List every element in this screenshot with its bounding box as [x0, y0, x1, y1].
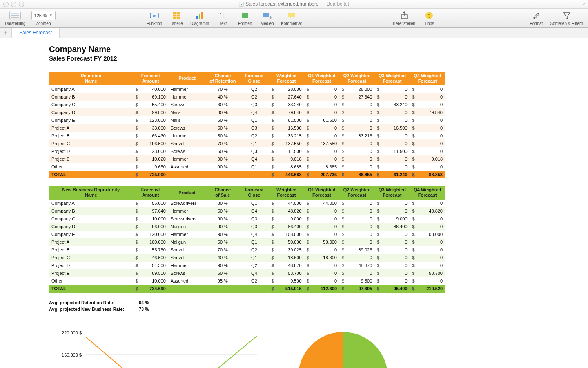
col-header[interactable]: Q1 Weighted Forecast — [304, 186, 339, 199]
table-cell[interactable]: 0 — [345, 207, 374, 215]
currency-symbol[interactable]: $ — [133, 254, 139, 262]
currency-symbol[interactable]: $ — [410, 262, 416, 269]
table-cell[interactable]: 137.550 — [275, 139, 304, 147]
table-cell[interactable]: 9.000 — [381, 215, 410, 223]
table-cell[interactable]: 0 — [416, 124, 445, 132]
table-cell[interactable]: Other — [49, 163, 133, 171]
col-header[interactable]: Product — [168, 72, 206, 85]
table-row[interactable]: Project B$66.430Hammer50 %Q2$33.215$0$33… — [49, 132, 445, 139]
currency-symbol[interactable]: $ — [339, 269, 345, 277]
table-cell[interactable]: 40 % — [206, 254, 239, 262]
currency-symbol[interactable]: $ — [339, 155, 345, 163]
currency-symbol[interactable]: $ — [304, 262, 310, 269]
currency-symbol[interactable]: $ — [374, 108, 380, 116]
table-cell[interactable]: 0 — [345, 116, 374, 124]
table-cell[interactable]: Company E — [49, 231, 133, 238]
currency-symbol[interactable]: $ — [374, 262, 380, 269]
table-cell[interactable]: 18.600 — [310, 254, 339, 262]
table-cell[interactable]: 0 — [416, 262, 445, 269]
zoom-window-icon[interactable] — [19, 2, 24, 7]
table-cell[interactable]: 99.800 — [139, 108, 168, 116]
table-cell[interactable]: Screws — [168, 101, 206, 108]
table-cell[interactable]: 108.000 — [416, 231, 445, 238]
col-header[interactable]: Retention Name — [49, 72, 133, 85]
currency-symbol[interactable]: $ — [304, 207, 310, 215]
currency-symbol[interactable]: $ — [304, 101, 310, 108]
currency-symbol[interactable]: $ — [410, 277, 416, 285]
table-cell[interactable]: 0 — [310, 101, 339, 108]
table-cell[interactable]: 0 — [416, 85, 445, 93]
table-cell[interactable]: 0 — [381, 93, 410, 101]
currency-symbol[interactable]: $ — [339, 254, 345, 262]
currency-symbol[interactable]: $ — [410, 269, 416, 277]
table-cell[interactable]: Project E — [49, 155, 133, 163]
table-cell[interactable]: 70 % — [206, 139, 239, 147]
table-cell[interactable]: 196.500 — [139, 139, 168, 147]
table-cell[interactable]: 28.000 — [345, 85, 374, 93]
table-cell[interactable]: 100.000 — [139, 238, 168, 246]
table-row[interactable]: Company E$120.000Hammer90 %Q4$108.000$0$… — [49, 231, 445, 238]
table-cell[interactable]: 0 — [310, 231, 339, 238]
avg-newbiz[interactable]: Avg. projected New Business Rate:73 % — [49, 307, 588, 312]
table-cell[interactable]: Company D — [49, 223, 133, 231]
toolbar-share[interactable]: Bereitstellen — [393, 11, 415, 26]
currency-symbol[interactable]: $ — [374, 132, 380, 139]
table-cell[interactable]: 61.500 — [310, 116, 339, 124]
table-cell[interactable]: 0 — [416, 200, 445, 207]
toolbar-table[interactable]: Tabelle — [168, 11, 185, 26]
col-header[interactable]: Q2 Weighted Forecast — [339, 186, 374, 199]
newbiz-table[interactable]: New Business Opportunity NameForecast Am… — [49, 186, 445, 292]
table-cell[interactable]: Project C — [49, 139, 133, 147]
table-cell[interactable]: 0 — [345, 155, 374, 163]
currency-symbol[interactable]: $ — [374, 93, 380, 101]
col-header[interactable]: Weighted Forecast — [269, 72, 304, 85]
table-cell[interactable]: Project B — [49, 132, 133, 139]
col-header[interactable]: Chance of Retention — [206, 72, 239, 85]
table-cell[interactable]: 50 % — [206, 124, 239, 132]
pie-chart[interactable] — [290, 332, 396, 368]
table-cell[interactable]: 50 % — [206, 147, 239, 155]
currency-symbol[interactable]: $ — [269, 285, 274, 293]
table-cell[interactable]: 10.020 — [139, 155, 168, 163]
currency-symbol[interactable]: $ — [410, 139, 416, 147]
table-cell[interactable] — [239, 285, 269, 293]
table-cell[interactable]: 515.915 — [275, 285, 304, 293]
table-cell[interactable]: 0 — [310, 262, 339, 269]
table-row[interactable]: Project B$55.750Shovel70 %Q2$39.025$0$39… — [49, 246, 445, 254]
table-row[interactable]: Project A$100.000Nailgun50 %Q1$50.000$50… — [49, 238, 445, 246]
currency-symbol[interactable]: $ — [269, 171, 274, 178]
table-cell[interactable]: 0 — [416, 223, 445, 231]
table-cell[interactable]: Q1 — [239, 163, 269, 171]
table-cell[interactable]: 0 — [310, 269, 339, 277]
table-cell[interactable]: 88.855 — [345, 171, 374, 178]
currency-symbol[interactable]: $ — [374, 101, 380, 108]
table-cell[interactable]: Q4 — [239, 231, 269, 238]
currency-symbol[interactable]: $ — [339, 171, 345, 178]
currency-symbol[interactable]: $ — [374, 147, 380, 155]
table-cell[interactable]: 0 — [310, 132, 339, 139]
currency-symbol[interactable]: $ — [304, 277, 310, 285]
table-cell[interactable]: 0 — [381, 139, 410, 147]
table-cell[interactable]: 0 — [381, 155, 410, 163]
table-cell[interactable]: 137.550 — [310, 139, 339, 147]
currency-symbol[interactable]: $ — [304, 200, 310, 207]
table-cell[interactable]: 16.500 — [275, 124, 304, 132]
table-cell[interactable]: Project E — [49, 269, 133, 277]
table-cell[interactable]: Hammer — [168, 93, 206, 101]
table-cell[interactable]: 48.870 — [345, 262, 374, 269]
table-cell[interactable]: Q2 — [239, 262, 269, 269]
table-cell[interactable]: 0 — [345, 200, 374, 207]
table-cell[interactable]: 33.215 — [345, 132, 374, 139]
table-cell[interactable]: 0 — [381, 269, 410, 277]
sheet-tab-active[interactable]: Sales Forecast — [12, 28, 60, 38]
table-row[interactable]: Project A$33.000Screws50 %Q3$16.500$0$0$… — [49, 124, 445, 132]
table-cell[interactable]: 0 — [416, 132, 445, 139]
table-cell[interactable]: 0 — [310, 246, 339, 254]
currency-symbol[interactable]: $ — [339, 238, 345, 246]
table-cell[interactable]: Q4 — [239, 108, 269, 116]
currency-symbol[interactable]: $ — [133, 223, 139, 231]
table-cell[interactable]: 90 % — [206, 163, 239, 171]
table-cell[interactable]: TOTAL — [49, 171, 133, 178]
table-cell[interactable]: 40.000 — [139, 85, 168, 93]
toolbar-format[interactable]: Format — [528, 11, 544, 26]
